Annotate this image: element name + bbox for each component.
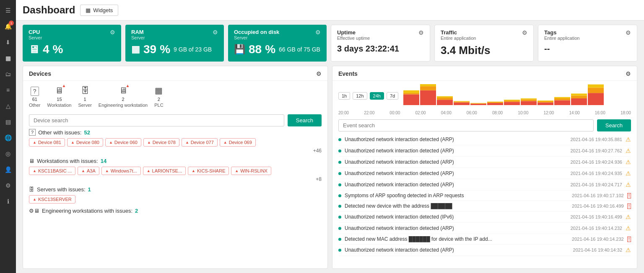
disk-settings-icon[interactable]: ⚙ bbox=[315, 29, 321, 36]
device-search-input[interactable] bbox=[29, 114, 284, 126]
device-tag[interactable]: ▲KSC13SERVER bbox=[29, 195, 75, 203]
ram-settings-icon[interactable]: ⚙ bbox=[213, 29, 218, 36]
header: Dashboard ▦ Widgets bbox=[16, 0, 644, 21]
svg-rect-1 bbox=[403, 93, 419, 94]
disk-value: 💾 88% 66 GB of 75 GB bbox=[234, 43, 321, 56]
ram-value: ▦ 39% 9 GB of 23 GB bbox=[131, 43, 218, 56]
svg-rect-15 bbox=[487, 103, 503, 105]
time-7d-button[interactable]: 7d bbox=[387, 92, 398, 100]
device-type-engineering[interactable]: 🖥 ▲ 2 Engineering workstation bbox=[99, 85, 148, 108]
other-device-tags: ▲Device 081▲Device 080▲Device 060▲Device… bbox=[29, 138, 322, 147]
sidebar-list-icon[interactable]: ≡ bbox=[1, 83, 15, 97]
time-1h-button[interactable]: 1h bbox=[338, 92, 350, 100]
event-time: 2021-04-16 19:40:14:32 bbox=[573, 247, 622, 252]
device-type-server[interactable]: 🗄 1 Server bbox=[78, 85, 91, 108]
svg-rect-35 bbox=[588, 85, 604, 88]
sidebar-menu-icon[interactable]: ☰ bbox=[1, 3, 15, 18]
device-tag[interactable]: ▲Device 077 bbox=[182, 138, 218, 147]
sidebar-dashboard-icon[interactable]: ▦ bbox=[1, 51, 15, 65]
events-settings-icon[interactable]: ⚙ bbox=[626, 70, 631, 77]
events-list: Unauthorized network interaction detecte… bbox=[332, 134, 637, 268]
sidebar-users-icon[interactable]: 👤 bbox=[1, 162, 15, 177]
ram-title: RAM bbox=[131, 29, 145, 35]
device-tag[interactable]: ▲Device 081 bbox=[29, 138, 65, 147]
uptime-settings-icon[interactable]: ⚙ bbox=[418, 29, 424, 36]
event-search-input[interactable] bbox=[338, 119, 594, 131]
device-tag[interactable]: ▲Device 069 bbox=[220, 138, 256, 147]
cpu-settings-icon[interactable]: ⚙ bbox=[110, 29, 115, 36]
sidebar-notification-icon[interactable]: 🔔1 bbox=[1, 19, 15, 33]
widgets-button[interactable]: ▦ Widgets bbox=[80, 5, 118, 16]
event-row[interactable]: Unauthorized network interaction detecte… bbox=[338, 211, 631, 223]
chart-label: 16:00 bbox=[595, 111, 605, 115]
svg-rect-28 bbox=[554, 98, 570, 100]
device-tag[interactable]: ▲Windows7t... bbox=[101, 167, 141, 175]
svg-rect-25 bbox=[538, 101, 553, 103]
svg-rect-2 bbox=[403, 90, 419, 93]
event-row[interactable]: Detected new device with the address ███… bbox=[338, 201, 631, 211]
svg-rect-12 bbox=[470, 104, 486, 105]
event-row[interactable]: Detected new MAC address ██████ for devi… bbox=[338, 234, 631, 245]
device-tag[interactable]: ▲Device 060 bbox=[105, 138, 141, 147]
sidebar-globe-icon[interactable]: 🌐 bbox=[1, 131, 15, 145]
disk-icon: 💾 bbox=[234, 44, 245, 55]
uptime-card: Uptime Effective uptime ⚙ 3 days 23:22:4… bbox=[331, 25, 430, 62]
time-24h-button[interactable]: 24h bbox=[370, 92, 384, 100]
events-panel-header: Events ⚙ bbox=[332, 66, 637, 81]
event-row[interactable]: Unauthorized network interaction detecte… bbox=[338, 245, 631, 256]
sidebar-folder-icon[interactable]: 🗂 bbox=[1, 67, 15, 81]
events-chart bbox=[403, 84, 605, 107]
svg-rect-33 bbox=[588, 93, 604, 105]
workstation-group-label: Workstations with issues: bbox=[37, 158, 98, 164]
event-row[interactable]: Symptoms of ARP spoofing detected in ARP… bbox=[338, 191, 631, 201]
cpu-icon: 🖥 bbox=[29, 43, 39, 56]
sidebar-download-icon[interactable]: ⬇ bbox=[1, 35, 15, 49]
event-row[interactable]: Unauthorized network interaction detecte… bbox=[338, 134, 631, 145]
event-row[interactable]: Unauthorized network interaction detecte… bbox=[338, 179, 631, 191]
tags-settings-icon[interactable]: ⚙ bbox=[626, 29, 631, 36]
cpu-card: CPU Server ⚙ 🖥 4% bbox=[23, 25, 121, 62]
time-12h-button[interactable]: 12h bbox=[353, 92, 367, 100]
devices-settings-icon[interactable]: ⚙ bbox=[316, 70, 322, 77]
workstation-more: +8 bbox=[29, 176, 322, 182]
device-type-workstation[interactable]: 🖥 ▲ 15 Workstation bbox=[47, 85, 72, 108]
svg-rect-3 bbox=[420, 90, 436, 105]
sidebar-target-icon[interactable]: ◎ bbox=[1, 147, 15, 161]
sidebar-alert-icon[interactable]: △ bbox=[1, 99, 15, 113]
device-tag[interactable]: ▲KSC11BASIC ... bbox=[29, 167, 75, 175]
event-row[interactable]: Unauthorized network interaction detecte… bbox=[338, 223, 631, 234]
sidebar-info-icon[interactable]: ℹ bbox=[1, 194, 15, 209]
event-row[interactable]: Unauthorized network interaction detecte… bbox=[338, 145, 631, 157]
traffic-card: Traffic Entire application ⚙ 3.4 Mbit/s bbox=[434, 25, 534, 62]
event-row[interactable]: Unauthorized network interaction detecte… bbox=[338, 168, 631, 179]
event-time: 2021-04-16 19:40:17.102 bbox=[572, 193, 624, 198]
chart-label: 00:00 bbox=[390, 111, 400, 115]
sidebar-settings-icon[interactable]: ⚙ bbox=[1, 178, 15, 193]
sidebar-grid-icon[interactable]: ▤ bbox=[1, 115, 15, 129]
event-text: Detected new MAC address ██████ for devi… bbox=[345, 236, 569, 242]
chart-label: 20:00 bbox=[338, 111, 349, 115]
other-issue-count: 52 bbox=[84, 129, 90, 136]
device-tag[interactable]: ▲LARIONTSE... bbox=[143, 167, 186, 175]
svg-rect-17 bbox=[487, 102, 503, 102]
device-tag[interactable]: ▲Device 080 bbox=[67, 138, 103, 147]
device-tag[interactable]: ▲WIN-RSLINX bbox=[231, 167, 271, 175]
device-tag[interactable]: ▲Device 078 bbox=[143, 138, 179, 147]
device-search-button[interactable]: Search bbox=[288, 114, 322, 126]
svg-rect-26 bbox=[538, 100, 553, 101]
workstation-device-tags: ▲KSC11BASIC ...▲A3A▲Windows7t...▲LARIONT… bbox=[29, 167, 322, 175]
svg-rect-27 bbox=[554, 100, 570, 105]
event-row[interactable]: Unauthorized network interaction detecte… bbox=[338, 157, 631, 168]
traffic-settings-icon[interactable]: ⚙ bbox=[522, 29, 527, 36]
device-type-plc[interactable]: ▦ 2 PLC bbox=[154, 85, 163, 108]
event-search-button[interactable]: Search bbox=[597, 119, 631, 131]
engineering-group-icon: ⚙🖥 bbox=[29, 208, 39, 214]
device-type-other[interactable]: ? 61 Other bbox=[29, 85, 41, 108]
device-tag[interactable]: ▲KICS-SHARE bbox=[188, 167, 229, 175]
workstation-icon: 🖥 ▲ bbox=[55, 85, 63, 96]
device-tag[interactable]: ▲A3A bbox=[78, 167, 99, 175]
svg-rect-14 bbox=[470, 103, 486, 103]
disk-subtitle: Server bbox=[234, 35, 279, 40]
event-dot bbox=[338, 216, 341, 219]
event-dot bbox=[338, 161, 341, 164]
